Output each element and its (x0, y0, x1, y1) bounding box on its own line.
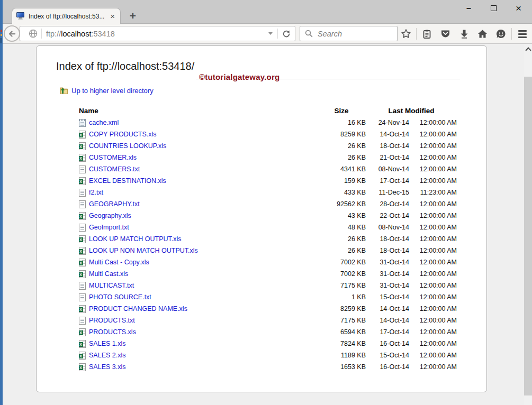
vertical-scrollbar[interactable] (524, 44, 532, 405)
search-box[interactable] (300, 26, 398, 41)
file-size: 26 KB (317, 247, 366, 254)
search-input[interactable] (317, 29, 385, 39)
up-directory-label: Up to higher level directory (71, 87, 154, 95)
file-link[interactable]: CUSTOMERS.txt (89, 165, 140, 173)
new-tab-button[interactable]: + (126, 10, 140, 22)
history-dropdown-icon (268, 32, 273, 35)
file-time: 12:00:00 AM (409, 154, 457, 161)
file-size: 26 KB (317, 154, 366, 161)
file-link[interactable]: PRODUCTS.txt (89, 317, 135, 324)
url-bar[interactable]: ftp://localhost:53418 (20, 26, 295, 41)
table-row: SALES 2.xls 1189 KB 15-Oct-14 12:00:00 A… (79, 349, 457, 361)
file-link[interactable]: PRODUCT CHANGED NAME.xls (89, 305, 187, 312)
window-controls: – × (456, 1, 531, 15)
file-size: 8259 KB (317, 131, 366, 138)
file-date: 14-Oct-14 (366, 317, 409, 324)
file-date: 31-Oct-14 (366, 259, 409, 266)
file-date: 22-Oct-14 (366, 212, 409, 219)
file-table-body: cache.xml 16 KB 24-Nov-14 12:00:00 AM CO… (79, 117, 457, 373)
file-size: 159 KB (317, 177, 366, 185)
excel-file-icon (79, 154, 86, 162)
table-row: MULTICAST.txt 7175 KB 31-Oct-14 12:00:00… (79, 280, 457, 291)
search-icon (305, 30, 313, 38)
scroll-up-icon[interactable] (525, 47, 531, 53)
reading-list-button[interactable] (418, 26, 436, 42)
bookmark-star-button[interactable] (396, 26, 415, 42)
file-link[interactable]: GEOGRAPHY.txt (89, 200, 140, 208)
file-link[interactable]: SALES 3.xls (89, 363, 125, 371)
excel-file-icon (79, 328, 86, 336)
hello-button[interactable] (492, 26, 510, 42)
table-row: Multi Cast - Copy.xls 7002 KB 31-Oct-14 … (79, 256, 457, 268)
file-date: 11-Dec-15 (366, 189, 409, 196)
file-link[interactable]: PHOTO SOURCE.txt (89, 293, 151, 301)
file-link[interactable]: COPY PRODUCTS.xls (89, 131, 157, 138)
text-file-icon (79, 317, 86, 325)
download-button[interactable] (455, 26, 473, 42)
excel-file-icon (79, 305, 86, 313)
minimize-button[interactable]: – (456, 1, 481, 15)
file-link[interactable]: f2.txt (89, 189, 103, 196)
bookmark-star-icon (401, 29, 411, 39)
file-date: 31-Oct-14 (366, 282, 409, 289)
up-directory-link[interactable]: Up to higher level directory (59, 86, 154, 95)
close-button[interactable]: × (506, 1, 531, 15)
browser-tab[interactable]: Index of ftp://localhost:53... × (12, 8, 121, 24)
table-row: LOOK UP NON MATCH OUTPUT.xls 26 KB 18-Oc… (79, 245, 457, 256)
file-link[interactable]: CUSTOMER.xls (89, 154, 137, 161)
file-link[interactable]: LOOK UP NON MATCH OUTPUT.xls (89, 247, 198, 254)
file-time: 12:00:00 AM (409, 352, 457, 359)
file-size: 6594 KB (317, 328, 366, 336)
file-date: 14-Oct-14 (366, 305, 409, 312)
file-date: 18-Oct-14 (366, 235, 409, 243)
file-date: 08-Nov-14 (366, 224, 409, 231)
tab-close-icon[interactable]: × (109, 12, 116, 20)
file-link[interactable]: COUNTRIES LOOKUP.xls (89, 142, 166, 150)
back-icon (7, 29, 17, 39)
file-link[interactable]: LOOK UP MATCH OUTPUT.xls (89, 235, 182, 243)
table-row: Geography.xls 43 KB 22-Oct-14 12:00:00 A… (79, 210, 457, 222)
pocket-button[interactable] (436, 26, 455, 42)
file-time: 12:00:00 AM (409, 165, 457, 173)
maximize-button[interactable] (481, 1, 506, 15)
file-link[interactable]: Multi Cast.xls (89, 270, 128, 278)
url-scheme: ftp:// (46, 30, 61, 38)
toolbar-icons (396, 24, 531, 44)
file-link[interactable]: SALES 1.xls (89, 340, 125, 347)
url-text[interactable]: ftp://localhost:53418 (46, 30, 115, 38)
reload-icon (282, 30, 291, 38)
excel-file-icon (79, 270, 86, 278)
excel-file-icon (79, 142, 86, 150)
column-header-name: Name (79, 107, 317, 115)
tab-title: Index of ftp://localhost:53... (29, 13, 106, 20)
file-link[interactable]: GeoImport.txt (89, 224, 129, 231)
table-row: PRODUCT CHANGED NAME.xls 8259 KB 14-Oct-… (79, 303, 457, 315)
scrollbar-thumb[interactable] (524, 77, 532, 395)
file-size: 433 KB (317, 189, 366, 196)
file-time: 12:00:00 AM (409, 177, 457, 185)
file-link[interactable]: PRODUCTS.xls (89, 328, 136, 336)
file-date: 18-Oct-14 (366, 142, 409, 150)
file-link[interactable]: cache.xml (89, 119, 119, 126)
file-link[interactable]: MULTICAST.txt (89, 282, 134, 289)
file-size: 7175 KB (317, 317, 366, 324)
file-link[interactable]: SALES 2.xls (89, 352, 125, 359)
home-button[interactable] (473, 26, 492, 42)
reading-list-icon (422, 29, 432, 39)
table-row: CUSTOMERS.txt 4341 KB 08-Nov-14 12:00:00… (79, 163, 457, 175)
menu-button[interactable] (513, 26, 531, 42)
table-row: f2.txt 433 KB 11-Dec-15 11:23:00 AM (79, 187, 457, 198)
url-divider (41, 29, 42, 39)
file-size: 1 KB (317, 293, 366, 301)
history-dropdown-button[interactable] (264, 26, 277, 41)
file-link[interactable]: EXCEL DESTINATION.xls (89, 177, 166, 185)
excel-file-icon (79, 247, 86, 255)
file-time: 12:00:00 AM (409, 293, 457, 301)
file-time: 12:00:00 AM (409, 247, 457, 254)
reload-button[interactable] (278, 26, 295, 41)
file-link[interactable]: Multi Cast - Copy.xls (89, 259, 149, 266)
file-time: 12:00:00 AM (409, 131, 457, 138)
table-row: SALES 1.xls 7824 KB 16-Oct-14 12:00:00 A… (79, 338, 457, 349)
back-button[interactable] (4, 25, 20, 42)
file-link[interactable]: Geography.xls (89, 212, 131, 219)
